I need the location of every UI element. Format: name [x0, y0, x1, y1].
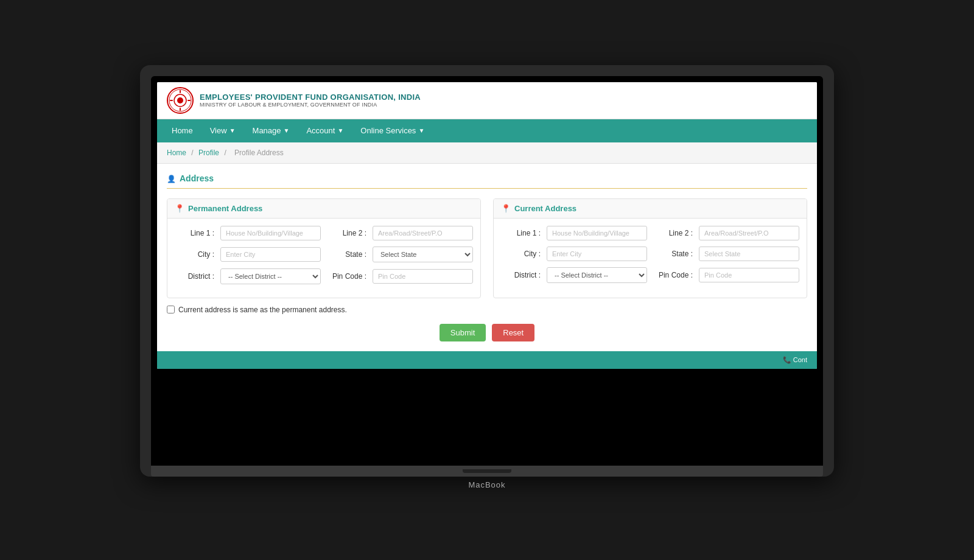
current-address-section: 📍 Current Address Line 1 : Line 2 : — [493, 198, 807, 298]
current-district-select[interactable]: -- Select District -- — [547, 267, 647, 283]
main-content: Address 📍 Permanent Address — [157, 164, 817, 351]
current-address-title: 📍 Current Address — [494, 199, 807, 219]
permanent-state-label: State : — [327, 250, 366, 259]
section-title: Address — [167, 173, 807, 189]
permanent-address-title: 📍 Permanent Address — [167, 199, 480, 219]
submit-button[interactable]: Submit — [440, 324, 486, 341]
same-address-row: Current address is same as the permanent… — [167, 306, 807, 314]
site-footer: 📞 Cont — [157, 351, 817, 369]
permanent-address-section: 📍 Permanent Address Line 1 : Line 2 : — [167, 198, 481, 298]
svg-rect-5 — [170, 100, 173, 101]
permanent-line2-label: Line 2 : — [327, 229, 366, 237]
permanent-line1-input[interactable] — [220, 226, 321, 240]
current-city-label: City : — [501, 250, 541, 258]
current-line2-input[interactable] — [699, 226, 799, 240]
navbar: Home View ▼ Manage ▼ Account ▼ Online Se… — [157, 119, 817, 142]
laptop-base — [151, 466, 823, 477]
permanent-pincode-label: Pin Code : — [327, 272, 366, 281]
permanent-line1-row: Line 1 : Line 2 : — [175, 226, 473, 240]
same-address-label: Current address is same as the permanent… — [178, 306, 347, 314]
account-dropdown-arrow: ▼ — [337, 127, 343, 134]
permanent-city-input[interactable] — [220, 247, 321, 262]
breadcrumb-profile[interactable]: Profile — [198, 149, 219, 157]
current-district-row: District : -- Select District -- Pin Cod… — [501, 267, 799, 283]
svg-rect-6 — [187, 100, 191, 101]
permanent-district-row: District : -- Select District -- Pin Cod… — [175, 268, 473, 284]
org-name: EMPLOYEES' PROVIDENT FUND ORGANISATION, … — [200, 93, 421, 102]
nav-home[interactable]: Home — [163, 119, 201, 142]
permanent-line1-label: Line 1 : — [175, 229, 214, 237]
permanent-pincode-input[interactable] — [373, 269, 473, 284]
current-city-row: City : State : — [501, 247, 799, 261]
nav-account[interactable]: Account ▼ — [298, 119, 352, 142]
permanent-city-label: City : — [175, 250, 214, 259]
permanent-city-row: City : State : Select State — [175, 247, 473, 262]
macbook-label: MacBook — [468, 477, 505, 495]
same-address-checkbox[interactable] — [167, 306, 175, 313]
current-district-label: District : — [501, 271, 541, 279]
current-line2-label: Line 2 : — [653, 229, 693, 237]
current-pincode-label: Pin Code : — [653, 271, 693, 279]
nav-view[interactable]: View ▼ — [201, 119, 244, 142]
current-state-input[interactable] — [699, 247, 799, 261]
manage-dropdown-arrow: ▼ — [284, 127, 290, 134]
view-dropdown-arrow: ▼ — [229, 127, 236, 134]
laptop-notch — [463, 469, 511, 473]
current-pin-icon: 📍 — [501, 204, 511, 213]
current-line1-row: Line 1 : Line 2 : — [501, 226, 799, 240]
current-line1-input[interactable] — [547, 226, 647, 240]
permanent-district-select[interactable]: -- Select District -- — [220, 268, 321, 284]
breadcrumb-sep2: / — [224, 149, 228, 157]
breadcrumb-sep1: / — [191, 149, 195, 157]
current-address-form: Line 1 : Line 2 : City : State : — [494, 219, 807, 296]
form-buttons: Submit Reset — [167, 324, 807, 341]
current-pincode-input[interactable] — [699, 268, 799, 282]
breadcrumb: Home / Profile / Profile Address — [157, 142, 817, 164]
current-city-input[interactable] — [547, 247, 647, 261]
ministry-name: MINISTRY OF LABOUR & EMPLOYMENT, GOVERNM… — [200, 102, 421, 108]
address-icon — [167, 173, 176, 183]
permanent-district-label: District : — [175, 272, 214, 281]
current-line1-label: Line 1 : — [501, 229, 541, 237]
breadcrumb-current: Profile Address — [234, 149, 284, 157]
svg-point-2 — [177, 97, 183, 103]
section-title-text: Address — [180, 173, 214, 183]
svg-rect-4 — [180, 108, 181, 111]
online-services-dropdown-arrow: ▼ — [418, 127, 424, 134]
nav-manage[interactable]: Manage ▼ — [244, 119, 298, 142]
site-header: EMPLOYEES' PROVIDENT FUND ORGANISATION, … — [157, 82, 817, 119]
permanent-line2-input[interactable] — [373, 226, 473, 240]
svg-rect-3 — [180, 90, 181, 93]
logo-text: EMPLOYEES' PROVIDENT FUND ORGANISATION, … — [200, 93, 421, 108]
breadcrumb-home[interactable]: Home — [167, 149, 186, 157]
logo-icon — [169, 89, 192, 112]
permanent-address-form: Line 1 : Line 2 : City : State : — [167, 219, 480, 298]
nav-online-services[interactable]: Online Services ▼ — [352, 119, 433, 142]
permanent-pin-icon: 📍 — [175, 204, 184, 213]
contact-label: 📞 Cont — [783, 356, 807, 364]
permanent-state-select[interactable]: Select State — [373, 247, 473, 262]
current-state-label: State : — [653, 250, 693, 258]
address-grid: 📍 Permanent Address Line 1 : Line 2 : — [167, 198, 807, 298]
reset-button[interactable]: Reset — [492, 324, 534, 341]
